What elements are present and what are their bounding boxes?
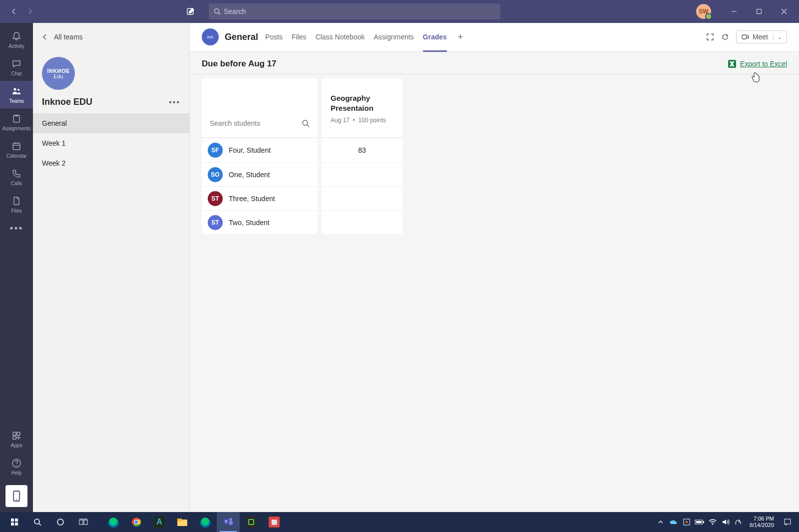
svg-point-51 [686, 521, 688, 523]
taskbar-cortana[interactable] [49, 512, 72, 532]
channel-header: INK General Posts Files Class Notebook A… [190, 23, 799, 52]
window-close-button[interactable] [773, 3, 795, 19]
all-teams-label: All teams [54, 33, 83, 41]
nav-back-button[interactable] [7, 4, 21, 18]
search-students-input[interactable]: Search students [210, 119, 310, 130]
nav-forward-button[interactable] [23, 4, 37, 18]
svg-rect-17 [13, 436, 16, 439]
student-row[interactable]: SFFour, Student [202, 138, 318, 162]
svg-point-8 [17, 89, 19, 91]
add-tab-button[interactable]: + [458, 32, 463, 42]
mobile-icon [12, 490, 21, 502]
taskbar-taskview[interactable] [72, 512, 95, 532]
svg-rect-27 [11, 523, 14, 526]
assignment-header[interactable]: Geography Presentaion Aug 17 • 100 point… [322, 78, 402, 137]
rail-assignments[interactable]: Assignments [0, 108, 33, 136]
taskbar-app-edge2[interactable] [194, 512, 217, 532]
rail-label: Activity [8, 43, 24, 49]
tray-update-icon[interactable] [681, 512, 693, 532]
team-logo[interactable]: INKИOE Edu [42, 57, 75, 90]
svg-rect-54 [696, 521, 702, 523]
svg-rect-4 [757, 9, 762, 14]
student-row[interactable]: STTwo, Student [202, 210, 318, 234]
taskbar-clock[interactable]: 7:06 PM 8/14/2020 [746, 516, 778, 529]
compose-button[interactable] [182, 2, 200, 20]
channel-name: General [225, 32, 258, 42]
search-students-placeholder: Search students [210, 119, 260, 127]
expand-button[interactable] [706, 33, 714, 41]
grade-cell[interactable] [322, 210, 402, 234]
student-row[interactable]: STThree, Student [202, 186, 318, 210]
rail-mobile-button[interactable] [5, 485, 27, 507]
video-icon [742, 34, 750, 40]
svg-point-23 [303, 120, 308, 125]
tab-posts[interactable]: Posts [265, 23, 283, 51]
tray-onedrive-icon[interactable] [668, 512, 680, 532]
all-teams-link[interactable]: All teams [33, 23, 189, 51]
taskbar-app-chrome[interactable] [125, 512, 148, 532]
rail-label: Calls [11, 181, 22, 186]
svg-rect-11 [13, 143, 20, 150]
grade-cell[interactable] [322, 186, 402, 210]
taskbar-app-edge[interactable] [102, 512, 125, 532]
channel-item-week1[interactable]: Week 1 [33, 133, 189, 153]
taskbar-app-camtasia2[interactable]: ⬜ [263, 512, 286, 532]
grade-cell[interactable] [322, 162, 402, 186]
rail-help[interactable]: Help [0, 453, 33, 480]
tray-language-icon[interactable] [733, 512, 745, 532]
taskbar-app-camtasia1[interactable] [240, 512, 263, 532]
grade-cell[interactable]: 83 [322, 138, 402, 162]
rail-chat[interactable]: Chat [0, 53, 33, 81]
svg-rect-53 [703, 521, 704, 523]
svg-point-29 [34, 519, 39, 524]
due-title: Due before Aug 17 [202, 59, 277, 69]
export-to-excel-link[interactable]: Export to Excel [728, 60, 787, 68]
team-more-button[interactable]: ••• [169, 98, 180, 107]
channel-item-week2[interactable]: Week 2 [33, 153, 189, 173]
start-button[interactable] [3, 512, 26, 532]
window-minimize-button[interactable] [723, 3, 745, 19]
rail-apps[interactable]: Apps [0, 425, 33, 453]
rail-label: Chat [11, 71, 21, 76]
svg-rect-15 [13, 432, 16, 435]
tray-chevron-up-icon[interactable] [655, 512, 667, 532]
rail-more[interactable]: ••• [0, 218, 33, 238]
rail-files[interactable]: Files [0, 191, 33, 218]
refresh-button[interactable] [721, 33, 729, 41]
tab-class-notebook[interactable]: Class Notebook [316, 23, 365, 51]
tab-assignments[interactable]: Assignments [374, 23, 413, 51]
taskbar-app-a[interactable]: A [148, 512, 171, 532]
clock-date: 8/14/2020 [750, 522, 774, 529]
user-avatar[interactable]: SW [696, 4, 711, 19]
tray-volume-icon[interactable] [720, 512, 732, 532]
svg-rect-49 [229, 521, 233, 525]
svg-line-2 [219, 13, 221, 15]
tab-files[interactable]: Files [292, 23, 307, 51]
rail-calls[interactable]: Calls [0, 163, 33, 191]
student-row[interactable]: SOOne, Student [202, 162, 318, 186]
taskbar-app-explorer[interactable] [171, 512, 194, 532]
search-input[interactable] [224, 7, 495, 15]
rail-calendar[interactable]: Calendar [0, 136, 33, 163]
left-panel: All teams INKИOE Edu Inknoe EDU ••• Gene… [33, 23, 190, 512]
rail-activity[interactable]: Activity [0, 26, 33, 53]
assignment-title: Geography Presentaion [331, 93, 394, 113]
rail-teams[interactable]: Teams [0, 81, 33, 108]
tray-wifi-icon[interactable] [707, 512, 719, 532]
window-maximize-button[interactable] [748, 3, 770, 19]
channel-item-general[interactable]: General [33, 113, 189, 133]
tab-grades[interactable]: Grades [423, 23, 447, 51]
rail-label: Assignments [2, 126, 30, 131]
tray-battery-icon[interactable] [694, 512, 706, 532]
main-content: INK General Posts Files Class Notebook A… [190, 23, 799, 512]
taskbar-search[interactable] [26, 512, 49, 532]
svg-point-48 [229, 518, 232, 521]
taskbar-notifications[interactable] [779, 512, 796, 532]
taskbar-app-teams[interactable]: T [217, 512, 240, 532]
files-icon [11, 195, 21, 207]
channel-logo: INK [202, 28, 219, 45]
chevron-down-icon[interactable]: ⌄ [773, 34, 782, 40]
meet-button[interactable]: Meet ⌄ [736, 30, 787, 43]
search-box[interactable] [209, 3, 500, 19]
svg-point-21 [16, 499, 17, 500]
